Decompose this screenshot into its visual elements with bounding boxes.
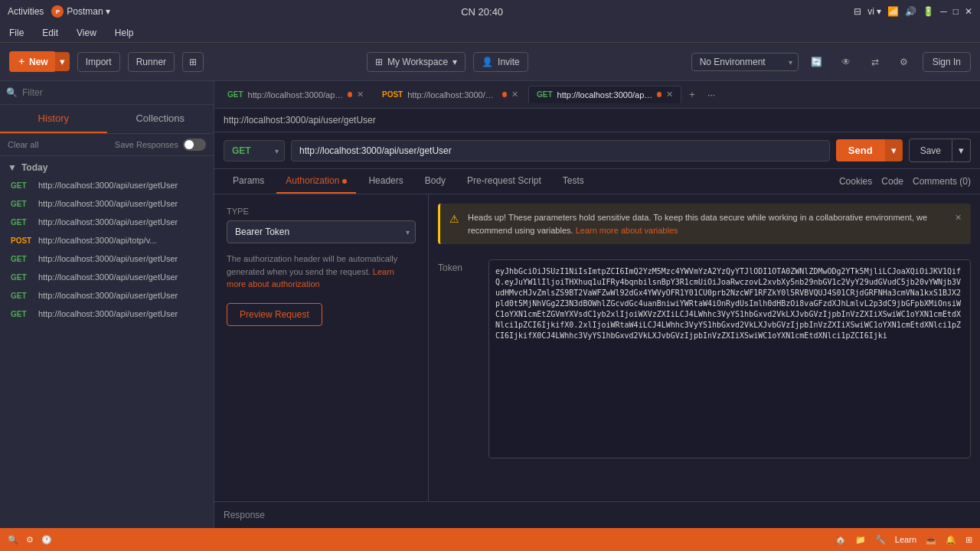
request-controls: GET POST PUT PATCH DELETE Send ▾ Save ▾ [214, 132, 980, 169]
alert-link[interactable]: Learn more about variables [576, 226, 678, 235]
bottom-settings-icon[interactable]: ⚙ [26, 535, 34, 545]
main-layout: 🔍 History Collections Clear all Save Res… [0, 81, 980, 528]
new-button[interactable]: ＋ New [9, 51, 56, 72]
workspace-button[interactable]: ⊞ My Workspace ▾ [367, 52, 466, 72]
clear-all-button[interactable]: Clear all [8, 140, 38, 149]
layout-button[interactable]: ⊞ [182, 52, 204, 72]
tab-tests[interactable]: Tests [554, 169, 593, 194]
history-item-2[interactable]: GET http://localhost:3000/api/user/getUs… [8, 213, 206, 231]
eye-icon[interactable]: 👁 [835, 51, 857, 73]
tab-close-0[interactable]: ✕ [357, 90, 364, 99]
wifi-icon: 📶 [887, 6, 899, 17]
os-bar: Activities P Postman ▾ CN 20:40 ⊟ vi ▾ 📶… [0, 0, 980, 23]
history-item-7[interactable]: GET http://localhost:3000/api/user/getUs… [8, 305, 206, 323]
auth-left-panel: TYPE No Auth API Key Bearer Token Basic … [214, 194, 429, 501]
tab-more-button[interactable]: ··· [703, 86, 720, 103]
bottom-search-icon[interactable]: 🔍 [8, 535, 18, 545]
bottom-icon-3[interactable]: 🔧 [875, 535, 886, 545]
os-bar-center: CN 20:40 [461, 6, 503, 18]
postman-label: Postman ▾ [67, 6, 110, 17]
activities-label: Activities [8, 6, 44, 17]
preview-request-button[interactable]: Preview Request [227, 303, 322, 326]
menu-help[interactable]: Help [112, 26, 137, 40]
lang-icon: vi ▾ [867, 6, 881, 17]
tab-add-button[interactable]: ＋ [683, 85, 701, 104]
history-item-3[interactable]: POST http://localhost:3000/api/totp/v... [8, 231, 206, 249]
auth-desc-text: The authorization header will be automat… [227, 254, 397, 276]
method-select[interactable]: GET POST PUT PATCH DELETE [224, 140, 285, 161]
send-button-arrow[interactable]: ▾ [885, 139, 903, 161]
history-item-0[interactable]: GET http://localhost:3000/api/user/getUs… [8, 176, 206, 194]
refresh-icon[interactable]: 🔄 [806, 51, 828, 73]
request-tab-actions: Cookies Code Comments (0) [839, 176, 971, 187]
token-value[interactable]: eyJhbGciOiJSUzI1NiIsImtpZCI6ImQ2YzM5Mzc4… [488, 259, 971, 458]
runner-button[interactable]: Runner [128, 52, 175, 72]
bottom-icon-5[interactable]: 🔔 [946, 535, 956, 545]
save-button-group: Save ▾ [909, 139, 971, 162]
request-tab-0[interactable]: GET http://localhost:3000/api/user/ge ✕ [219, 86, 372, 103]
bottom-icon-6[interactable]: ⊞ [965, 535, 972, 545]
url-input[interactable] [291, 140, 830, 161]
save-responses-switch[interactable] [183, 139, 206, 151]
history-item-5[interactable]: GET http://localhost:3000/api/user/getUs… [8, 268, 206, 286]
alert-box: ⚠ Heads up! These parameters hold sensit… [438, 204, 971, 244]
request-tab-2[interactable]: GET http://localhost:3000/api/user/ge ✕ [528, 86, 681, 103]
cookies-link[interactable]: Cookies [839, 176, 872, 187]
tab-headers[interactable]: Headers [359, 169, 412, 194]
auth-type-select[interactable]: No Auth API Key Bearer Token Basic Auth … [227, 220, 416, 243]
request-tab-1[interactable]: POST http://localhost:3000/api/totp/v ✕ [374, 86, 527, 103]
auth-description: The authorization header will be automat… [227, 253, 416, 291]
token-label: Token [438, 259, 476, 273]
tab-prerequest[interactable]: Pre-request Script [458, 169, 550, 194]
learn-label[interactable]: Learn [895, 535, 916, 544]
sidebar-tab-history[interactable]: History [0, 105, 107, 133]
tab-dot-0 [348, 92, 352, 97]
window-close-icon[interactable]: ✕ [965, 6, 972, 17]
type-label: TYPE [227, 207, 416, 216]
bottom-icon-1[interactable]: 🏠 [835, 535, 846, 545]
sync-icon[interactable]: ⇄ [864, 51, 886, 73]
env-selector-wrapper: No Environment [691, 53, 799, 71]
method-badge-2: GET [11, 218, 34, 227]
save-button-arrow[interactable]: ▾ [952, 139, 971, 162]
sidebar-tab-collections[interactable]: Collections [107, 105, 214, 133]
bottom-icon-2[interactable]: 📁 [855, 535, 866, 545]
auth-type-select-wrapper: No Auth API Key Bearer Token Basic Auth … [227, 220, 416, 243]
history-item-4[interactable]: GET http://localhost:3000/api/user/getUs… [8, 249, 206, 268]
window-max-icon[interactable]: □ [953, 6, 959, 17]
history-item-1[interactable]: GET http://localhost:3000/api/user/getUs… [8, 194, 206, 213]
tab-body[interactable]: Body [416, 169, 455, 194]
tab-close-2[interactable]: ✕ [666, 90, 673, 99]
history-item-6[interactable]: GET http://localhost:3000/api/user/getUs… [8, 286, 206, 305]
tab-close-1[interactable]: ✕ [511, 90, 518, 99]
history-url-3: http://localhost:3000/api/totp/v... [38, 236, 157, 245]
code-link[interactable]: Code [881, 176, 903, 187]
today-label: Today [21, 162, 47, 173]
header-center: ⊞ My Workspace ▾ 👤 Invite [211, 52, 684, 72]
menu-edit[interactable]: Edit [39, 26, 61, 40]
bottom-icon-4[interactable]: 📥 [926, 535, 936, 545]
tab-method-2: GET [537, 90, 553, 99]
history-date-today[interactable]: ▼ Today [8, 162, 206, 173]
env-select[interactable]: No Environment [691, 53, 799, 71]
bottom-history-icon[interactable]: 🕐 [41, 535, 52, 545]
tab-authorization[interactable]: Authorization [276, 169, 356, 194]
alert-close-button[interactable]: ✕ [955, 211, 962, 224]
url-breadcrumb: http://localhost:3000/api/user/getUser [214, 109, 980, 132]
menu-view[interactable]: View [74, 26, 100, 40]
menu-file[interactable]: File [6, 26, 27, 40]
comments-link[interactable]: Comments (0) [913, 176, 971, 187]
tab-params[interactable]: Params [224, 169, 273, 194]
save-button[interactable]: Save [909, 139, 952, 162]
postman-app-label: P Postman ▾ [51, 5, 110, 18]
settings-icon[interactable]: ⚙ [893, 51, 915, 73]
window-min-icon[interactable]: ─ [940, 6, 947, 17]
sign-in-button[interactable]: Sign In [923, 52, 971, 72]
history-url-7: http://localhost:3000/api/user/getUser [38, 309, 178, 318]
import-button[interactable]: Import [77, 52, 120, 72]
new-button-arrow[interactable]: ▾ [55, 52, 70, 71]
search-input[interactable] [22, 87, 207, 98]
invite-button[interactable]: 👤 Invite [473, 52, 528, 72]
send-button-group: Send ▾ [836, 139, 903, 161]
send-button[interactable]: Send [836, 139, 885, 161]
